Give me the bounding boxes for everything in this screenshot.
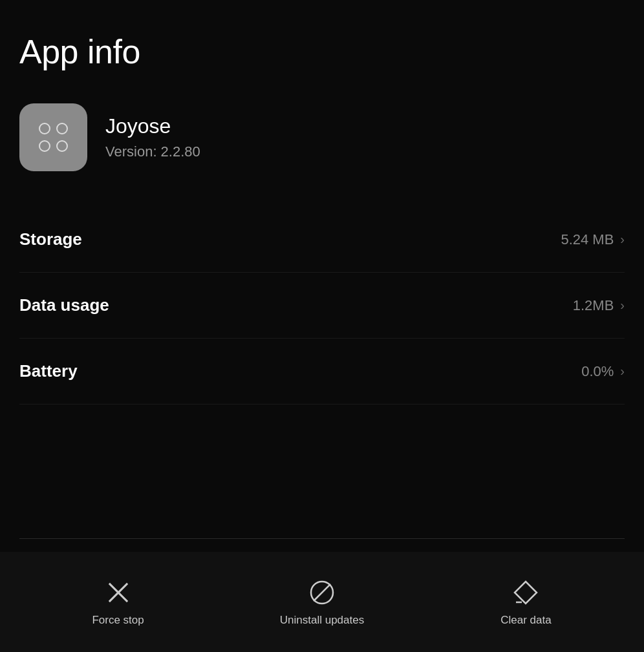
battery-chevron: › [620,364,625,379]
dot-1 [39,123,50,134]
bottom-bar: Force stop Uninstall updates Clear data [0,552,644,652]
uninstall-icon-container [307,578,337,607]
battery-right: 0.0% › [581,363,625,380]
clear-data-button[interactable]: Clear data [490,578,561,627]
x-icon [105,580,131,605]
dot-3 [39,140,50,152]
svg-line-1 [314,584,330,601]
data-usage-right: 1.2MB › [573,297,625,314]
dot-2 [56,123,68,134]
page-container: App info Joyose Version: 2.2.80 Storage … [0,0,644,652]
app-version: Version: 2.2.80 [105,143,200,160]
force-stop-label: Force stop [92,614,144,627]
uninstall-updates-button[interactable]: Uninstall updates [280,578,364,627]
force-stop-button[interactable]: Force stop [83,578,154,627]
uninstall-updates-label: Uninstall updates [280,614,364,627]
data-usage-label: Data usage [19,295,109,315]
app-icon [19,103,87,171]
app-name: Joyose [105,114,200,138]
data-usage-value: 1.2MB [573,297,614,314]
storage-chevron: › [620,232,625,247]
main-content: App info Joyose Version: 2.2.80 Storage … [0,0,644,552]
storage-label: Storage [19,229,82,249]
battery-label: Battery [19,361,78,381]
main-separator [19,538,625,539]
page-title: App info [19,32,625,71]
storage-value: 5.24 MB [561,231,614,248]
dot-4 [56,140,68,152]
data-usage-chevron: › [620,298,625,313]
slash-circle-icon [309,580,335,605]
clear-data-icon-container [511,578,541,607]
eraser-diamond-icon [513,580,539,605]
app-header: Joyose Version: 2.2.80 [19,103,625,171]
svg-marker-2 [515,582,537,604]
app-info-text: Joyose Version: 2.2.80 [105,114,200,160]
storage-right: 5.24 MB › [561,231,625,248]
storage-row[interactable]: Storage 5.24 MB › [19,207,625,273]
data-usage-row[interactable]: Data usage 1.2MB › [19,273,625,339]
clear-data-label: Clear data [500,614,551,627]
battery-value: 0.0% [581,363,614,380]
battery-row[interactable]: Battery 0.0% › [19,339,625,405]
app-icon-dots [39,123,69,152]
force-stop-icon-container [103,578,133,607]
